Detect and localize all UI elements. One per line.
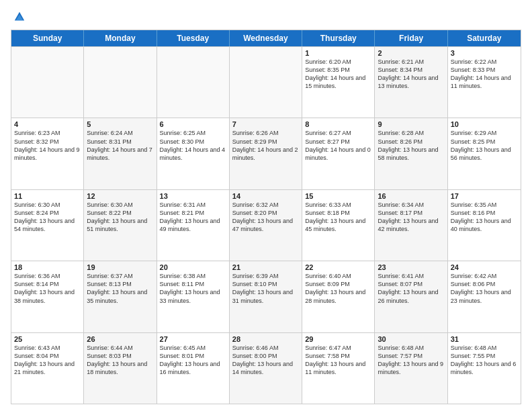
day-info: Sunrise: 6:47 AM Sunset: 7:58 PM Dayligh… [305,344,371,377]
day-info: Sunrise: 6:48 AM Sunset: 7:55 PM Dayligh… [451,344,518,377]
day-number: 23 [378,263,444,271]
header-day-sunday: Sunday [11,30,84,46]
day-cell-8: 8Sunrise: 6:27 AM Sunset: 8:27 PM Daylig… [302,118,375,189]
day-number: 7 [232,120,299,128]
day-cell-15: 15Sunrise: 6:33 AM Sunset: 8:18 PM Dayli… [302,190,375,261]
day-cell-1: 1Sunrise: 6:20 AM Sunset: 8:35 PM Daylig… [302,47,375,118]
empty-cell-0-0 [11,47,84,118]
day-cell-14: 14Sunrise: 6:32 AM Sunset: 8:20 PM Dayli… [230,190,302,261]
day-info: Sunrise: 6:24 AM Sunset: 8:31 PM Dayligh… [87,129,153,162]
day-info: Sunrise: 6:31 AM Sunset: 8:21 PM Dayligh… [160,201,226,234]
day-number: 6 [160,120,226,128]
day-number: 26 [87,335,153,343]
day-cell-30: 30Sunrise: 6:48 AM Sunset: 7:57 PM Dayli… [375,333,447,404]
day-info: Sunrise: 6:21 AM Sunset: 8:34 PM Dayligh… [378,58,444,91]
calendar-header: SundayMondayTuesdayWednesdayThursdayFrid… [11,30,521,46]
day-number: 10 [451,120,518,128]
day-info: Sunrise: 6:25 AM Sunset: 8:30 PM Dayligh… [160,129,226,162]
day-info: Sunrise: 6:44 AM Sunset: 8:03 PM Dayligh… [87,344,153,377]
day-number: 20 [160,263,226,271]
calendar-row-4: 25Sunrise: 6:43 AM Sunset: 8:04 PM Dayli… [11,332,521,404]
day-number: 29 [305,335,371,343]
day-number: 25 [14,335,81,343]
logo [11,11,26,23]
day-cell-13: 13Sunrise: 6:31 AM Sunset: 8:21 PM Dayli… [157,190,230,261]
day-info: Sunrise: 6:41 AM Sunset: 8:07 PM Dayligh… [378,272,444,305]
header-day-saturday: Saturday [448,30,521,46]
day-cell-9: 9Sunrise: 6:28 AM Sunset: 8:26 PM Daylig… [375,118,447,189]
day-cell-31: 31Sunrise: 6:48 AM Sunset: 7:55 PM Dayli… [448,333,521,404]
day-info: Sunrise: 6:30 AM Sunset: 8:24 PM Dayligh… [14,201,81,234]
day-number: 12 [87,192,153,200]
empty-cell-0-3 [230,47,302,118]
logo-icon [13,11,26,23]
day-info: Sunrise: 6:20 AM Sunset: 8:35 PM Dayligh… [305,58,371,91]
day-cell-18: 18Sunrise: 6:36 AM Sunset: 8:14 PM Dayli… [11,261,84,332]
day-number: 31 [451,335,518,343]
day-info: Sunrise: 6:48 AM Sunset: 7:57 PM Dayligh… [378,344,444,377]
day-cell-4: 4Sunrise: 6:23 AM Sunset: 8:32 PM Daylig… [11,118,84,189]
calendar-body: 1Sunrise: 6:20 AM Sunset: 8:35 PM Daylig… [11,46,521,404]
day-cell-2: 2Sunrise: 6:21 AM Sunset: 8:34 PM Daylig… [375,47,447,118]
day-cell-6: 6Sunrise: 6:25 AM Sunset: 8:30 PM Daylig… [157,118,230,189]
day-info: Sunrise: 6:43 AM Sunset: 8:04 PM Dayligh… [14,344,81,377]
day-cell-12: 12Sunrise: 6:30 AM Sunset: 8:22 PM Dayli… [84,190,157,261]
day-number: 24 [451,263,518,271]
day-number: 30 [378,335,444,343]
day-cell-3: 3Sunrise: 6:22 AM Sunset: 8:33 PM Daylig… [448,47,521,118]
day-number: 13 [160,192,226,200]
day-info: Sunrise: 6:38 AM Sunset: 8:11 PM Dayligh… [160,272,226,305]
header-day-monday: Monday [84,30,157,46]
day-number: 19 [87,263,153,271]
day-cell-24: 24Sunrise: 6:42 AM Sunset: 8:06 PM Dayli… [448,261,521,332]
day-info: Sunrise: 6:37 AM Sunset: 8:13 PM Dayligh… [87,272,153,305]
day-number: 11 [14,192,81,200]
day-info: Sunrise: 6:32 AM Sunset: 8:20 PM Dayligh… [232,201,299,234]
day-number: 1 [305,49,371,57]
day-cell-7: 7Sunrise: 6:26 AM Sunset: 8:29 PM Daylig… [230,118,302,189]
day-info: Sunrise: 6:40 AM Sunset: 8:09 PM Dayligh… [305,272,371,305]
day-number: 4 [14,120,81,128]
day-number: 18 [14,263,81,271]
day-number: 5 [87,120,153,128]
day-number: 9 [378,120,444,128]
day-cell-16: 16Sunrise: 6:34 AM Sunset: 8:17 PM Dayli… [375,190,447,261]
day-number: 2 [378,49,444,57]
calendar-row-1: 4Sunrise: 6:23 AM Sunset: 8:32 PM Daylig… [11,118,521,189]
day-cell-21: 21Sunrise: 6:39 AM Sunset: 8:10 PM Dayli… [230,261,302,332]
day-cell-29: 29Sunrise: 6:47 AM Sunset: 7:58 PM Dayli… [302,333,375,404]
calendar-row-3: 18Sunrise: 6:36 AM Sunset: 8:14 PM Dayli… [11,261,521,332]
day-cell-20: 20Sunrise: 6:38 AM Sunset: 8:11 PM Dayli… [157,261,230,332]
day-info: Sunrise: 6:35 AM Sunset: 8:16 PM Dayligh… [451,201,518,234]
day-info: Sunrise: 6:22 AM Sunset: 8:33 PM Dayligh… [451,58,518,91]
day-number: 16 [378,192,444,200]
day-number: 15 [305,192,371,200]
day-cell-11: 11Sunrise: 6:30 AM Sunset: 8:24 PM Dayli… [11,190,84,261]
header-day-friday: Friday [375,30,447,46]
page: SundayMondayTuesdayWednesdayThursdayFrid… [0,0,532,411]
day-number: 14 [232,192,299,200]
day-info: Sunrise: 6:23 AM Sunset: 8:32 PM Dayligh… [14,129,81,162]
day-info: Sunrise: 6:46 AM Sunset: 8:00 PM Dayligh… [232,344,299,377]
day-info: Sunrise: 6:27 AM Sunset: 8:27 PM Dayligh… [305,129,371,162]
day-info: Sunrise: 6:30 AM Sunset: 8:22 PM Dayligh… [87,201,153,234]
day-info: Sunrise: 6:34 AM Sunset: 8:17 PM Dayligh… [378,201,444,234]
day-cell-23: 23Sunrise: 6:41 AM Sunset: 8:07 PM Dayli… [375,261,447,332]
calendar: SundayMondayTuesdayWednesdayThursdayFrid… [11,30,521,404]
day-info: Sunrise: 6:29 AM Sunset: 8:25 PM Dayligh… [451,129,518,162]
day-info: Sunrise: 6:36 AM Sunset: 8:14 PM Dayligh… [14,272,81,305]
day-cell-25: 25Sunrise: 6:43 AM Sunset: 8:04 PM Dayli… [11,333,84,404]
day-number: 22 [305,263,371,271]
header-day-wednesday: Wednesday [230,30,302,46]
header-day-thursday: Thursday [302,30,375,46]
header [11,11,521,23]
day-number: 21 [232,263,299,271]
day-info: Sunrise: 6:39 AM Sunset: 8:10 PM Dayligh… [232,272,299,305]
day-cell-27: 27Sunrise: 6:45 AM Sunset: 8:01 PM Dayli… [157,333,230,404]
calendar-row-0: 1Sunrise: 6:20 AM Sunset: 8:35 PM Daylig… [11,46,521,118]
day-info: Sunrise: 6:33 AM Sunset: 8:18 PM Dayligh… [305,201,371,234]
day-info: Sunrise: 6:42 AM Sunset: 8:06 PM Dayligh… [451,272,518,305]
day-number: 27 [160,335,226,343]
day-info: Sunrise: 6:26 AM Sunset: 8:29 PM Dayligh… [232,129,299,162]
day-number: 3 [451,49,518,57]
